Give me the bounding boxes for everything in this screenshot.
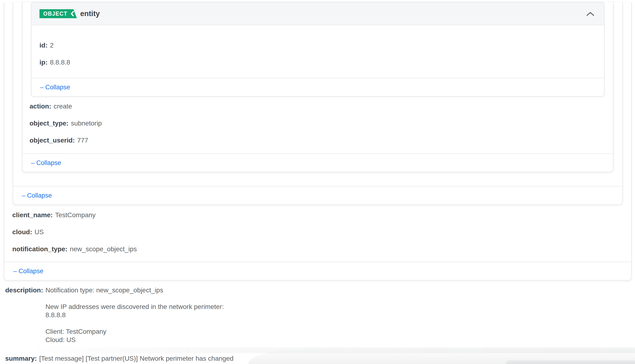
- field-label: notification_type:: [12, 245, 68, 253]
- field-label: action:: [30, 102, 51, 110]
- field-value: new_scope_object_ips: [70, 245, 137, 253]
- entity-panel-footer: – Collapse: [32, 78, 604, 96]
- badge-chevron-notch-icon: [70, 11, 74, 17]
- scope-object-panel: OBJECT entity: [22, 2, 614, 172]
- page-fields: description: Notification type: new_scop…: [0, 280, 635, 362]
- field-notification-type: notification_type:new_scope_object_ips: [12, 246, 623, 253]
- field-value: US: [34, 228, 44, 236]
- chevron-up-icon[interactable]: [585, 10, 596, 18]
- wrapper-panel-footer: – Collapse: [13, 186, 622, 204]
- notification-detail-page: OBJECT entity: [0, 0, 635, 364]
- entity-fields: id:2 ip:8.8.8.8: [32, 25, 604, 78]
- notification-fields: client_name:TestCompany cloud:US notific…: [4, 205, 631, 262]
- entity-title: entity: [80, 10, 100, 18]
- object-badge-label: OBJECT: [43, 11, 68, 17]
- wrapper-object-panel: OBJECT entity: [13, 2, 623, 205]
- field-label: summary:: [5, 354, 37, 362]
- entity-object-panel: OBJECT entity: [31, 2, 604, 97]
- field-label: object_type:: [30, 120, 68, 127]
- panel-spacer: [13, 172, 622, 186]
- field-client-name: client_name:TestCompany: [12, 212, 623, 219]
- field-object-userid: object_userid:777: [30, 137, 606, 144]
- field-value: TestCompany: [55, 211, 96, 219]
- field-value: 777: [77, 136, 88, 144]
- object-type-badge: OBJECT: [40, 9, 77, 18]
- field-object-type: object_type:subnetorip: [30, 120, 606, 127]
- field-ip: ip:8.8.8.8: [40, 59, 596, 66]
- scope-object-collapse-link[interactable]: – Collapse: [31, 159, 61, 167]
- field-label: cloud:: [12, 228, 32, 236]
- field-value: 8.8.8.8: [50, 58, 70, 66]
- field-action: action:create: [30, 103, 606, 110]
- notification-collapse-link[interactable]: – Collapse: [13, 268, 44, 275]
- field-id: id:2: [40, 42, 596, 49]
- field-label: description:: [5, 286, 43, 294]
- field-label: id:: [40, 42, 48, 49]
- field-value: subnetorip: [71, 120, 102, 127]
- scope-object-panel-footer: – Collapse: [22, 154, 613, 172]
- notification-panel-footer: – Collapse: [4, 262, 631, 280]
- field-description: description: Notification type: new_scop…: [5, 286, 635, 344]
- description-value: Notification type: new_scope_object_ips …: [46, 286, 224, 344]
- field-label: ip:: [40, 58, 48, 66]
- field-cloud: cloud:US: [12, 228, 623, 236]
- field-label: client_name:: [12, 211, 53, 219]
- entity-panel-header: OBJECT entity: [32, 2, 604, 25]
- scope-object-fields: action:create object_type:subnetorip obj…: [22, 97, 613, 154]
- field-value: create: [54, 102, 72, 110]
- entity-collapse-link[interactable]: – Collapse: [40, 84, 70, 91]
- field-value: 2: [50, 42, 54, 49]
- wrapper-collapse-link[interactable]: – Collapse: [22, 192, 52, 199]
- notification-object-panel: OBJECT entity: [4, 2, 632, 280]
- summary-value: [Test message] [Test partner(US)] Networ…: [39, 354, 234, 362]
- field-label: object_userid:: [30, 136, 75, 144]
- field-summary: summary: [Test message] [Test partner(US…: [5, 354, 635, 362]
